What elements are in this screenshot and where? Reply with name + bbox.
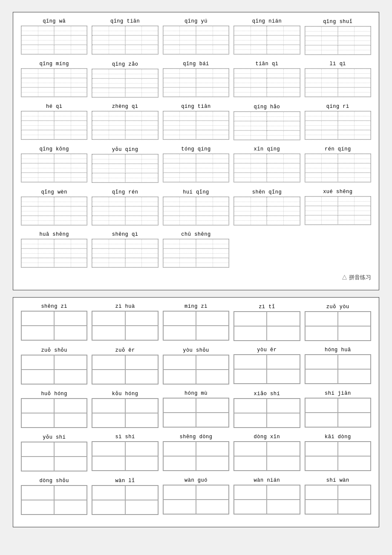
- word-group-s1-0-1: qīng tiān: [92, 18, 158, 55]
- word-group-s1-2-0: hé qì: [21, 104, 87, 140]
- word-label-s1-3-0: qīng kōng: [40, 146, 69, 152]
- pinyin-row-0: qīng wāqīng tiānqīng yúqīng niánqīng shu…: [21, 18, 371, 55]
- pinyin-row-5: huā shēngshēng qìchū shēng: [21, 231, 371, 268]
- word-label-s2-3-2: shēng dòng: [180, 434, 213, 440]
- word-group-s1-4-3: shēn qǐng: [233, 189, 300, 225]
- word-group-s1-3-4: rén qíng: [305, 146, 371, 182]
- word-label-s2-1-3: yòu ěr: [257, 347, 277, 353]
- word-label-s1-3-4: rén qíng: [325, 146, 351, 152]
- word-label-s1-2-2: qíng tiān: [181, 104, 210, 110]
- word-group-s1-1-0: qīng míng: [21, 61, 87, 97]
- section2: shēng zìzì huàmíng zìzì tǐzuǒ yòuzuǒ shǒ…: [13, 297, 379, 527]
- char-row-0: shēng zìzì huàmíng zìzì tǐzuǒ yòu: [21, 304, 371, 341]
- word-group-s1-4-2: huí qǐng: [163, 189, 229, 225]
- word-label-s1-0-2: qīng yú: [184, 18, 208, 24]
- word-label-s2-1-1: zuǒ ěr: [115, 347, 135, 353]
- word-label-s2-4-4: shí wàn: [326, 477, 349, 483]
- word-label-s2-2-4: shí jiān: [325, 390, 351, 396]
- word-group-s1-0-4: qīng shuǐ: [305, 18, 371, 55]
- word-group-s1-2-1: zhèng qì: [92, 104, 158, 140]
- word-group-s1-5-2: chū shēng: [163, 231, 229, 268]
- word-label-s1-3-1: yǒu qíng: [112, 146, 138, 153]
- word-group-s1-0-3: qīng nián: [233, 18, 300, 55]
- word-label-s1-1-4: lì qì: [330, 61, 346, 67]
- word-group-s1-2-2: qíng tiān: [163, 104, 229, 140]
- pinyin-row-1: qīng míngqīng zǎoqīng báitiān qìlì qì: [21, 61, 371, 98]
- word-label-s1-0-1: qīng tiān: [110, 18, 140, 24]
- char-row-3: yǒu shísì shíshēng dòngdòng xīnkāi dòng: [21, 434, 371, 471]
- word-label-s1-5-2: chū shēng: [181, 231, 210, 237]
- word-label-s2-0-2: míng zì: [184, 304, 208, 309]
- word-group-s1-4-4: xué shēng: [305, 189, 371, 225]
- word-group-s2-1-4: hóng huā: [305, 347, 371, 384]
- word-group-s1-2-4: qíng rì: [305, 104, 371, 140]
- word-label-s2-4-2: wàn guó: [184, 477, 208, 483]
- word-group-s2-0-2: míng zì: [163, 304, 229, 341]
- word-label-s2-2-0: huǒ hóng: [41, 390, 67, 397]
- pinyin-row-2: hé qìzhèng qìqíng tiānqíng hǎoqíng rì: [21, 104, 371, 140]
- word-label-s1-3-3: xīn qíng: [254, 146, 280, 152]
- word-group-s2-1-0: zuǒ shǒu: [21, 347, 87, 384]
- word-group-s1-4-0: qǐng wèn: [21, 189, 87, 225]
- word-label-s2-4-3: wàn nián: [254, 477, 280, 483]
- word-group-s2-1-1: zuǒ ěr: [92, 347, 158, 384]
- word-label-s2-3-0: yǒu shí: [43, 434, 66, 440]
- word-group-s2-4-4: shí wàn: [305, 477, 371, 515]
- word-label-s2-1-4: hóng huā: [325, 347, 351, 353]
- word-group-s2-4-2: wàn guó: [163, 477, 229, 515]
- word-group-s1-0-2: qīng yú: [163, 18, 229, 55]
- word-group-s2-3-4: kāi dòng: [305, 434, 371, 471]
- word-label-s2-4-1: wàn lǐ: [115, 477, 135, 484]
- word-label-s1-4-1: qǐng rén: [112, 189, 138, 195]
- word-label-s1-3-2: tóng qíng: [181, 146, 210, 152]
- word-label-s2-3-1: sì shí: [115, 434, 135, 440]
- word-group-s2-3-1: sì shí: [92, 434, 158, 471]
- word-label-s1-5-1: shēng qì: [112, 231, 138, 237]
- word-label-s1-2-4: qíng rì: [326, 104, 349, 110]
- word-group-s2-2-2: hóng mù: [163, 390, 229, 428]
- word-label-s1-4-0: qǐng wèn: [41, 189, 67, 195]
- word-group-s1-5-0: huā shēng: [21, 231, 87, 268]
- char-row-1: zuǒ shǒuzuǒ ěryòu shǒuyòu ěrhóng huā: [21, 347, 371, 384]
- word-label-s1-2-1: zhèng qì: [112, 104, 138, 110]
- word-label-s2-1-0: zuǒ shǒu: [41, 347, 67, 353]
- word-label-s2-3-4: kāi dòng: [325, 434, 351, 440]
- word-label-s1-4-4: xué shēng: [323, 189, 352, 195]
- word-label-s1-1-2: qīng bái: [183, 61, 209, 67]
- word-group-s1-3-1: yǒu qíng: [92, 146, 158, 183]
- word-label-s2-3-3: dòng xīn: [254, 434, 280, 440]
- word-label-s1-4-2: huí qǐng: [183, 189, 209, 195]
- word-group-s1-3-2: tóng qíng: [163, 146, 229, 182]
- word-group-s2-0-1: zì huà: [92, 304, 158, 341]
- word-label-s1-4-3: shēn qǐng: [252, 189, 282, 195]
- word-label-s2-0-4: zuǒ yòu: [326, 304, 349, 310]
- word-label-s1-5-0: huā shēng: [40, 231, 69, 237]
- word-label-s2-0-3: zì tǐ: [259, 304, 275, 310]
- word-group-s1-1-4: lì qì: [305, 61, 371, 97]
- word-label-s2-0-1: zì huà: [115, 304, 135, 309]
- word-label-s2-0-0: shēng zì: [41, 304, 67, 309]
- word-group-s1-5-1: shēng qì: [92, 231, 158, 268]
- section1: qīng wāqīng tiānqīng yúqīng niánqīng shu…: [13, 12, 379, 290]
- word-group-s2-3-2: shēng dòng: [163, 434, 229, 471]
- word-label-s1-1-3: tiān qì: [255, 61, 278, 67]
- word-group-s2-4-1: wàn lǐ: [92, 477, 158, 515]
- word-label-s1-1-1: qīng zǎo: [112, 61, 138, 67]
- word-label-s1-0-0: qīng wā: [43, 18, 66, 24]
- word-label-s1-0-4: qīng shuǐ: [323, 18, 352, 25]
- char-row-4: dòng shǒuwàn lǐwàn guówàn niánshí wàn: [21, 477, 371, 515]
- word-group-s2-2-0: huǒ hóng: [21, 390, 87, 428]
- word-group-s2-0-3: zì tǐ: [233, 304, 300, 341]
- word-label-s2-2-1: kǒu hóng: [112, 390, 138, 397]
- word-label-s1-1-0: qīng míng: [40, 61, 69, 67]
- word-group-s2-2-3: xiǎo shí: [233, 390, 300, 428]
- word-group-s2-2-1: kǒu hóng: [92, 390, 158, 428]
- word-group-s2-1-2: yòu shǒu: [163, 347, 229, 384]
- word-label-s1-2-3: qíng hǎo: [254, 104, 280, 110]
- word-label-s2-2-3: xiǎo shí: [254, 390, 280, 397]
- word-group-s2-3-3: dòng xīn: [233, 434, 300, 471]
- word-group-s1-1-2: qīng bái: [163, 61, 229, 97]
- word-group-s1-3-3: xīn qíng: [233, 146, 300, 182]
- word-group-s2-3-0: yǒu shí: [21, 434, 87, 471]
- word-group-s1-1-3: tiān qì: [233, 61, 300, 97]
